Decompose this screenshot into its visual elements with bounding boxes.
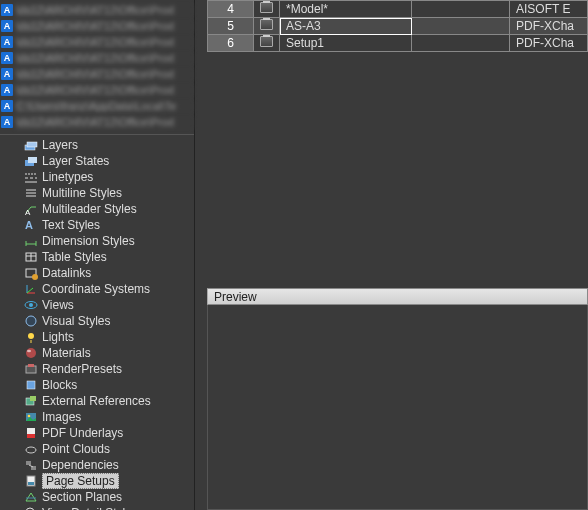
tree-item-dependencies[interactable]: Dependencies — [10, 457, 194, 473]
tree-item-text-styles[interactable]: AText Styles — [10, 217, 194, 233]
drawing-file-icon: A — [1, 84, 13, 96]
preview-header: Preview — [207, 288, 588, 305]
file-row[interactable]: A\ds12\ARCHIV\AT12\Office\Prod — [0, 18, 194, 34]
file-path: C:\Users\franz\AppData\Local\Te — [16, 100, 194, 113]
tree-item-layers[interactable]: Layers — [10, 137, 194, 153]
svg-text:A: A — [25, 208, 31, 216]
tree-item-view-detail-styles[interactable]: View Detail Styles — [10, 505, 194, 510]
tree-item-visual-styles[interactable]: Visual Styles — [10, 313, 194, 329]
file-path: \ds12\ARCHIV\AT12\Office\Prod — [16, 68, 194, 81]
grid-table[interactable]: 4*Model*AISOFT E5AS-A3PDF-XCha6Setup1PDF… — [207, 0, 588, 52]
driver-cell[interactable]: AISOFT E — [510, 1, 588, 18]
lights-icon — [24, 330, 38, 344]
tree-item-point-clouds[interactable]: Point Clouds — [10, 441, 194, 457]
tree-item-label: Datalinks — [42, 266, 91, 280]
tree-item-label: Multileader Styles — [42, 202, 137, 216]
table-icon — [24, 250, 38, 264]
tree-item-linetypes[interactable]: Linetypes — [10, 169, 194, 185]
tree-item-label: Point Clouds — [42, 442, 110, 456]
tree-item-renderpresets[interactable]: RenderPresets — [10, 361, 194, 377]
table-row[interactable]: 5AS-A3PDF-XCha — [208, 18, 588, 35]
tree-item-multileader-styles[interactable]: AMultileader Styles — [10, 201, 194, 217]
tree-item-datalinks[interactable]: Datalinks — [10, 265, 194, 281]
tree-item-table-styles[interactable]: Table Styles — [10, 249, 194, 265]
tree-item-label: Dimension Styles — [42, 234, 135, 248]
driver-cell[interactable]: PDF-XCha — [510, 35, 588, 52]
file-row[interactable]: A\ds12\ARCHIV\AT12\Office\Prod — [0, 34, 194, 50]
dimension-icon — [24, 234, 38, 248]
tree-item-label: View Detail Styles — [42, 506, 138, 510]
tree-item-label: Materials — [42, 346, 91, 360]
drawing-file-icon: A — [1, 68, 13, 80]
file-row[interactable]: A\ds12\ARCHIV\AT12\Office\Prod — [0, 50, 194, 66]
svg-rect-1 — [27, 142, 37, 147]
tree-item-section-planes[interactable]: Section Planes — [10, 489, 194, 505]
tree-item-label: Images — [42, 410, 81, 424]
blocks-icon — [24, 378, 38, 392]
preview-title: Preview — [214, 290, 257, 304]
tree-item-layer-states[interactable]: Layer States — [10, 153, 194, 169]
tree-item-label: PDF Underlays — [42, 426, 123, 440]
setup-name-cell[interactable]: *Model* — [280, 1, 412, 18]
tree-item-page-setups[interactable]: Page Setups — [10, 473, 194, 489]
table-row[interactable]: 6Setup1PDF-XCha — [208, 35, 588, 52]
printer-icon — [254, 1, 280, 18]
tree-item-coordinate-systems[interactable]: Coordinate Systems — [10, 281, 194, 297]
table-row[interactable]: 4*Model*AISOFT E — [208, 1, 588, 18]
setup-name-cell[interactable]: AS-A3 — [280, 18, 412, 35]
tree-item-blocks[interactable]: Blocks — [10, 377, 194, 393]
device-cell[interactable] — [412, 35, 510, 52]
right-panel: 4*Model*AISOFT E5AS-A3PDF-XCha6Setup1PDF… — [195, 0, 588, 510]
tree-item-views[interactable]: Views — [10, 297, 194, 313]
tree-item-dimension-styles[interactable]: Dimension Styles — [10, 233, 194, 249]
tree-item-label: Layer States — [42, 154, 109, 168]
drawing-file-icon: A — [1, 116, 13, 128]
device-cell[interactable] — [412, 1, 510, 18]
driver-cell[interactable]: PDF-XCha — [510, 18, 588, 35]
tree-item-external-references[interactable]: External References — [10, 393, 194, 409]
materials-icon — [24, 346, 38, 360]
tree-item-label: Section Planes — [42, 490, 122, 504]
tree-item-multiline-styles[interactable]: Multiline Styles — [10, 185, 194, 201]
tree-item-label: Views — [42, 298, 74, 312]
svg-rect-3 — [28, 157, 37, 163]
row-number: 4 — [208, 1, 254, 18]
drawing-file-icon: A — [1, 4, 13, 16]
row-number: 6 — [208, 35, 254, 52]
file-row[interactable]: A\ds12\ARCHIV\AT12\Office\Prod — [0, 114, 194, 130]
page-setups-grid: 4*Model*AISOFT E5AS-A3PDF-XCha6Setup1PDF… — [207, 0, 588, 52]
svg-text:A: A — [25, 219, 33, 231]
images-icon — [24, 410, 38, 424]
grid-empty-space — [207, 52, 588, 288]
svg-line-22 — [27, 288, 33, 293]
file-row[interactable]: A\ds12\ARCHIV\AT12\Office\Prod — [0, 82, 194, 98]
drawing-file-icon: A — [1, 36, 13, 48]
device-cell[interactable] — [412, 18, 510, 35]
text-icon: A — [24, 218, 38, 232]
tree-item-lights[interactable]: Lights — [10, 329, 194, 345]
file-row[interactable]: A\ds12\ARCHIV\AT12\Office\Prod — [0, 2, 194, 18]
setup-name-cell[interactable]: Setup1 — [280, 35, 412, 52]
section-icon — [24, 490, 38, 504]
views-icon — [24, 298, 38, 312]
tree-item-label: Table Styles — [42, 250, 107, 264]
svg-rect-34 — [30, 396, 36, 401]
drawing-file-icon: A — [1, 100, 13, 112]
svg-point-19 — [32, 274, 38, 280]
tree-item-pdf-underlays[interactable]: PDF Underlays — [10, 425, 194, 441]
svg-point-24 — [29, 303, 33, 307]
file-path: \ds12\ARCHIV\AT12\Office\Prod — [16, 84, 194, 97]
tree-item-materials[interactable]: Materials — [10, 345, 194, 361]
pagesetup-icon — [24, 474, 38, 488]
tree-item-label: Lights — [42, 330, 74, 344]
tree-item-images[interactable]: Images — [10, 409, 194, 425]
file-row[interactable]: A\ds12\ARCHIV\AT12\Office\Prod — [0, 66, 194, 82]
svg-point-36 — [28, 415, 31, 418]
xref-icon — [24, 394, 38, 408]
svg-point-39 — [26, 447, 36, 453]
svg-rect-30 — [26, 366, 36, 373]
visual-icon — [24, 314, 38, 328]
file-row[interactable]: AC:\Users\franz\AppData\Local\Te — [0, 98, 194, 114]
drawing-file-icon: A — [1, 52, 13, 64]
printer-icon — [254, 35, 280, 52]
